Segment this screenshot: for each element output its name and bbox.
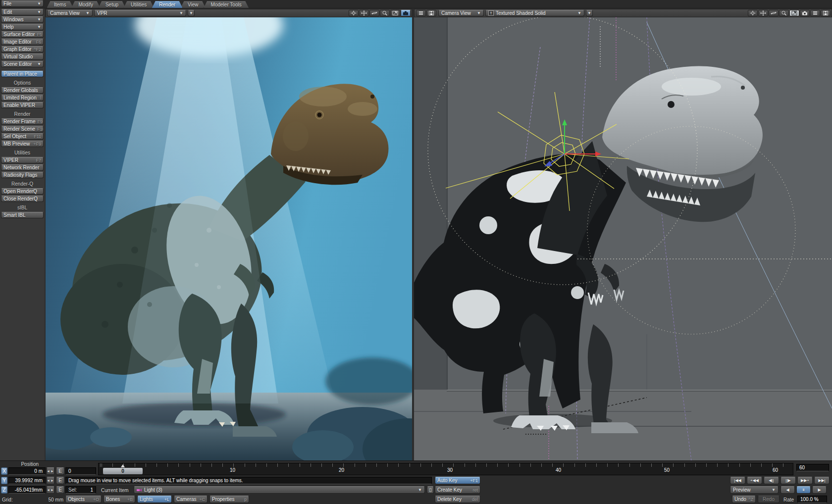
- timeline-ruler[interactable]: 10 20 30 40 50 60 0: [98, 463, 793, 475]
- file-menu[interactable]: File ▼: [1, 0, 44, 7]
- render-globals-button[interactable]: Render Globals: [1, 87, 44, 94]
- chevron-down-icon: ▼: [37, 17, 41, 22]
- grid-label: Grid:: [2, 497, 13, 503]
- z-stepper[interactable]: ◄►: [47, 486, 54, 494]
- tab-items[interactable]: Items: [47, 0, 73, 8]
- camera-icon[interactable]: [800, 10, 810, 16]
- pan-icon[interactable]: [349, 10, 359, 16]
- x-position-field[interactable]: 0 m: [8, 467, 46, 475]
- delete-key-button[interactable]: Delete Keydel: [435, 496, 480, 503]
- left-render-mode-dropdown[interactable]: VPR▼: [94, 10, 186, 16]
- virtual-studio-button[interactable]: Virtual Studio: [1, 53, 44, 60]
- windows-menu[interactable]: Windows▼: [1, 16, 44, 23]
- auto-key-button[interactable]: Auto Key+F1: [435, 477, 480, 484]
- item-list-mini-button[interactable]: ▯: [427, 486, 434, 494]
- list-icon[interactable]: [416, 10, 426, 16]
- preview-dropdown[interactable]: Preview▼: [730, 486, 779, 494]
- vpr-viewport-canvas[interactable]: [46, 17, 412, 460]
- smart-ibl-button[interactable]: Smart IBL: [1, 212, 44, 218]
- next-key-button[interactable]: ▶▶+: [797, 477, 813, 484]
- tab-modeler-tools[interactable]: Modeler Tools: [204, 0, 249, 8]
- undo-button[interactable]: Undo^Z: [732, 496, 756, 503]
- x-envelope-button[interactable]: E: [56, 467, 64, 475]
- rotate-icon[interactable]: [369, 10, 379, 16]
- right-render-mode-dropdown[interactable]: TTextured Shaded Solid ▼: [485, 10, 584, 16]
- grid-value: 50 mm: [30, 497, 63, 503]
- viper-button[interactable]: VIPERF7: [1, 157, 44, 163]
- mb-preview-button[interactable]: MB Preview+F9: [1, 141, 44, 147]
- frame-slider-handle[interactable]: 0: [103, 467, 143, 475]
- current-item-dropdown[interactable]: Light (3) ▼: [134, 486, 425, 494]
- z-position-field[interactable]: -65.0419mm: [8, 486, 46, 494]
- tab-utilities[interactable]: Utilities: [123, 0, 154, 8]
- radiosity-flags-button[interactable]: Radiosity Flags: [1, 172, 44, 178]
- redo-button[interactable]: Redo: [758, 496, 780, 503]
- save-icon[interactable]: [821, 10, 831, 16]
- z-envelope-button[interactable]: E: [56, 486, 64, 494]
- move-icon[interactable]: [758, 10, 768, 16]
- sel-object-button[interactable]: Sel ObjectF11: [1, 133, 44, 140]
- end-frame-field[interactable]: 60: [796, 464, 829, 471]
- left-viewport-options-dropdown[interactable]: ▼: [188, 10, 195, 16]
- previous-key-button[interactable]: +◀◀: [747, 477, 762, 484]
- cameras-mode-button[interactable]: Cameras+C: [174, 496, 208, 503]
- tick-label: 40: [556, 467, 561, 473]
- surface-editor-button[interactable]: Surface EditorF5: [1, 31, 44, 38]
- x-axis-badge[interactable]: X: [1, 467, 7, 475]
- rate-field[interactable]: 100.0 %: [797, 496, 827, 503]
- y-envelope-button[interactable]: E: [56, 477, 64, 484]
- open-renderq-button[interactable]: Open RenderQ: [1, 188, 44, 195]
- next-frame-button[interactable]: ||▶: [780, 477, 796, 484]
- move-icon[interactable]: [359, 10, 369, 16]
- render-scene-button[interactable]: Render SceneF10: [1, 126, 44, 132]
- enable-viper-button[interactable]: Enable VIPER: [1, 102, 44, 108]
- pause-button[interactable]: ‖: [796, 486, 811, 494]
- image-editor-button[interactable]: Image EditorF6: [1, 39, 44, 45]
- section-header-sibl: sIBL: [1, 205, 44, 210]
- lights-mode-button[interactable]: Lights+L: [137, 496, 172, 503]
- section-header-utilities: Utilities: [1, 150, 44, 155]
- z-axis-badge[interactable]: Z: [1, 486, 7, 494]
- go-to-start-button[interactable]: |◀◀: [730, 477, 745, 484]
- rotate-icon[interactable]: [769, 10, 779, 16]
- y-position-field[interactable]: 39.9992 mm: [8, 477, 46, 484]
- maximize-icon[interactable]: [789, 10, 799, 16]
- list-icon[interactable]: [810, 10, 820, 16]
- y-stepper[interactable]: ◄►: [47, 477, 54, 484]
- left-toolbar: Edit▼ Windows▼ Help▼ Surface EditorF5 Im…: [0, 8, 45, 460]
- bones-mode-button[interactable]: Bones+B: [104, 496, 135, 503]
- x-stepper[interactable]: ◄►: [47, 467, 54, 475]
- create-key-button[interactable]: Create Keyret: [435, 486, 480, 494]
- limited-region-button[interactable]: Limited Regionl: [1, 95, 44, 101]
- current-frame-field[interactable]: 0: [65, 467, 96, 475]
- help-menu[interactable]: Help▼: [1, 24, 44, 30]
- save-icon[interactable]: [426, 10, 436, 16]
- maximize-icon[interactable]: [390, 10, 400, 16]
- graph-editor-button[interactable]: Graph Editor^F2: [1, 46, 44, 52]
- network-render-button[interactable]: Network Render: [1, 164, 44, 171]
- tab-render[interactable]: Render: [152, 0, 183, 8]
- tab-view[interactable]: View: [180, 0, 206, 8]
- previous-frame-button[interactable]: ◀||: [764, 477, 779, 484]
- zoom-icon[interactable]: [779, 10, 789, 16]
- y-axis-badge[interactable]: Y: [1, 477, 7, 484]
- properties-button[interactable]: Propertiesp: [209, 496, 249, 503]
- play-reverse-button[interactable]: ◀: [780, 486, 795, 494]
- scene-editor-button[interactable]: Scene Editor▼: [1, 61, 44, 67]
- right-view-type-dropdown[interactable]: Camera View▼: [438, 10, 484, 16]
- objects-mode-button[interactable]: Objects+O: [65, 496, 102, 503]
- pan-icon[interactable]: [748, 10, 758, 16]
- render-frame-button[interactable]: Render FrameF9: [1, 118, 44, 125]
- left-view-type-dropdown[interactable]: Camera View▼: [47, 10, 93, 16]
- go-to-end-button[interactable]: ▶▶|: [814, 477, 830, 484]
- tab-setup[interactable]: Setup: [98, 0, 126, 8]
- zoom-icon[interactable]: [380, 10, 390, 16]
- tab-modify[interactable]: Modify: [71, 0, 100, 8]
- edit-menu[interactable]: Edit▼: [1, 9, 44, 15]
- right-viewport-options-dropdown[interactable]: ▼: [586, 10, 593, 16]
- play-button[interactable]: ▶: [812, 486, 827, 494]
- shaded-viewport-canvas[interactable]: [414, 17, 832, 460]
- parent-in-place-button[interactable]: Parent in Place: [1, 71, 44, 77]
- close-renderq-button[interactable]: Close RenderQ: [1, 196, 44, 202]
- camera-icon[interactable]: [401, 10, 411, 16]
